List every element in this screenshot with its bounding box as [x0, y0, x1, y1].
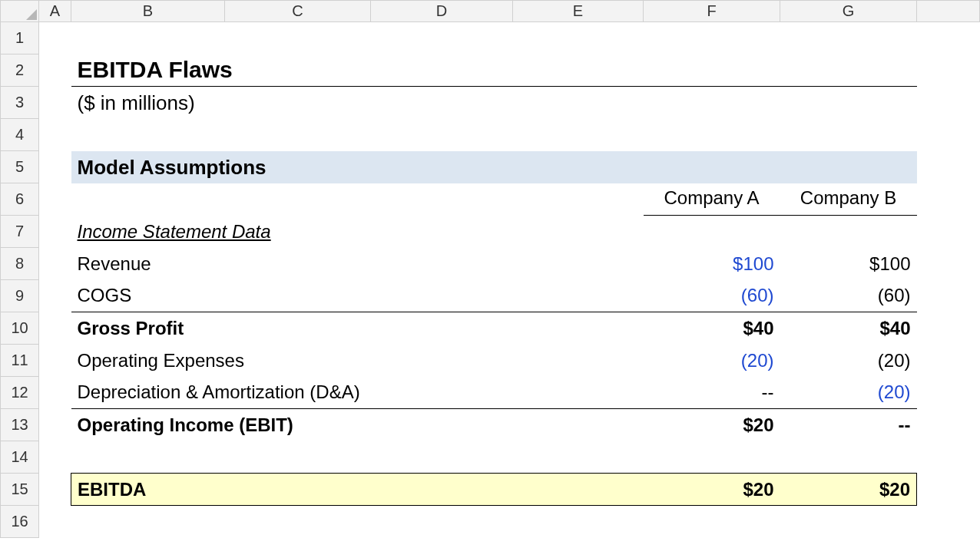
cell-A15[interactable]: [39, 474, 71, 506]
cell-B9[interactable]: COGS: [71, 280, 225, 312]
cell-C6[interactable]: [225, 183, 371, 216]
cell-E15[interactable]: [513, 474, 644, 506]
cell-E13[interactable]: [513, 409, 644, 441]
cell-G13[interactable]: --: [780, 409, 917, 441]
cell-B13[interactable]: Operating Income (EBIT): [71, 409, 225, 441]
cell-G4[interactable]: [780, 119, 917, 151]
cell-G3[interactable]: [780, 87, 917, 119]
row-header-8[interactable]: 8: [1, 248, 39, 280]
cell-F12[interactable]: --: [644, 377, 780, 409]
cell-A10[interactable]: [39, 312, 71, 345]
cell-D2[interactable]: [371, 54, 513, 87]
cell-B6[interactable]: [71, 183, 225, 216]
cell-G16[interactable]: [780, 506, 917, 538]
cell-D14[interactable]: [371, 441, 513, 474]
col-header-D[interactable]: D: [371, 1, 513, 22]
cell-D1[interactable]: [371, 22, 513, 54]
cell-E2[interactable]: [513, 54, 644, 87]
cell-F11[interactable]: (20): [644, 345, 780, 377]
cell-E10[interactable]: [513, 312, 644, 345]
cell-A3[interactable]: [39, 87, 71, 119]
cell-D4[interactable]: [371, 119, 513, 151]
cell-F6[interactable]: Company A: [644, 183, 780, 216]
cell-F4[interactable]: [644, 119, 780, 151]
cell-F10[interactable]: $40: [644, 312, 780, 345]
cell-A2[interactable]: [39, 54, 71, 87]
cell-C1[interactable]: [225, 22, 371, 54]
cell-B2[interactable]: EBITDA Flaws: [71, 54, 225, 87]
cell-A1[interactable]: [39, 22, 71, 54]
cell-B4[interactable]: [71, 119, 225, 151]
row-header-16[interactable]: 16: [1, 506, 39, 538]
cell-F9[interactable]: (60): [644, 280, 780, 312]
cell-B5[interactable]: Model Assumptions: [71, 151, 225, 183]
cell-D6[interactable]: [371, 183, 513, 216]
cell-D13[interactable]: [371, 409, 513, 441]
cell-F7[interactable]: [644, 216, 780, 248]
cell-D5[interactable]: [371, 151, 513, 183]
cell-F13[interactable]: $20: [644, 409, 780, 441]
cell-C4[interactable]: [225, 119, 371, 151]
cell-E5[interactable]: [513, 151, 644, 183]
cell-D11[interactable]: [371, 345, 513, 377]
spreadsheet[interactable]: A B C D E F G 1 2 EBITDA Flaws 3 ($ in m…: [0, 0, 980, 548]
cell-E11[interactable]: [513, 345, 644, 377]
cell-C10[interactable]: [225, 312, 371, 345]
row-header-14[interactable]: 14: [1, 441, 39, 474]
row-header-10[interactable]: 10: [1, 312, 39, 345]
col-header-F[interactable]: F: [644, 1, 780, 22]
cell-D10[interactable]: [371, 312, 513, 345]
row-header-3[interactable]: 3: [1, 87, 39, 119]
cell-F5[interactable]: [644, 151, 780, 183]
cell-A8[interactable]: [39, 248, 71, 280]
cell-F15[interactable]: $20: [644, 474, 780, 506]
cell-G7[interactable]: [780, 216, 917, 248]
cell-A6[interactable]: [39, 183, 71, 216]
cell-E16[interactable]: [513, 506, 644, 538]
cell-E4[interactable]: [513, 119, 644, 151]
cell-B15[interactable]: EBITDA: [71, 474, 225, 506]
cell-F3[interactable]: [644, 87, 780, 119]
cell-E6[interactable]: [513, 183, 644, 216]
cell-A4[interactable]: [39, 119, 71, 151]
cell-B10[interactable]: Gross Profit: [71, 312, 225, 345]
cell-D16[interactable]: [371, 506, 513, 538]
cell-B8[interactable]: Revenue: [71, 248, 225, 280]
cell-G11[interactable]: (20): [780, 345, 917, 377]
cell-A9[interactable]: [39, 280, 71, 312]
cell-E12[interactable]: [513, 377, 644, 409]
col-header-G[interactable]: G: [780, 1, 917, 22]
cell-F16[interactable]: [644, 506, 780, 538]
row-header-11[interactable]: 11: [1, 345, 39, 377]
row-header-1[interactable]: 1: [1, 22, 39, 54]
select-all-corner[interactable]: [1, 1, 39, 22]
row-header-5[interactable]: 5: [1, 151, 39, 183]
cell-G6[interactable]: Company B: [780, 183, 917, 216]
row-header-15[interactable]: 15: [1, 474, 39, 506]
cell-D8[interactable]: [371, 248, 513, 280]
cell-C14[interactable]: [225, 441, 371, 474]
row-header-12[interactable]: 12: [1, 377, 39, 409]
cell-B12[interactable]: Depreciation & Amortization (D&A): [71, 377, 225, 409]
cell-A11[interactable]: [39, 345, 71, 377]
row-header-7[interactable]: 7: [1, 216, 39, 248]
cell-D9[interactable]: [371, 280, 513, 312]
grid[interactable]: A B C D E F G 1 2 EBITDA Flaws 3 ($ in m…: [0, 0, 980, 538]
cell-E8[interactable]: [513, 248, 644, 280]
cell-A5[interactable]: [39, 151, 71, 183]
cell-A13[interactable]: [39, 409, 71, 441]
cell-C15[interactable]: [225, 474, 371, 506]
cell-A16[interactable]: [39, 506, 71, 538]
cell-E1[interactable]: [513, 22, 644, 54]
cell-G15[interactable]: $20: [780, 474, 917, 506]
cell-E7[interactable]: [513, 216, 644, 248]
cell-D15[interactable]: [371, 474, 513, 506]
cell-G12[interactable]: (20): [780, 377, 917, 409]
row-header-6[interactable]: 6: [1, 183, 39, 216]
col-header-C[interactable]: C: [225, 1, 371, 22]
cell-A12[interactable]: [39, 377, 71, 409]
row-header-9[interactable]: 9: [1, 280, 39, 312]
cell-G2[interactable]: [780, 54, 917, 87]
cell-F14[interactable]: [644, 441, 780, 474]
cell-E9[interactable]: [513, 280, 644, 312]
